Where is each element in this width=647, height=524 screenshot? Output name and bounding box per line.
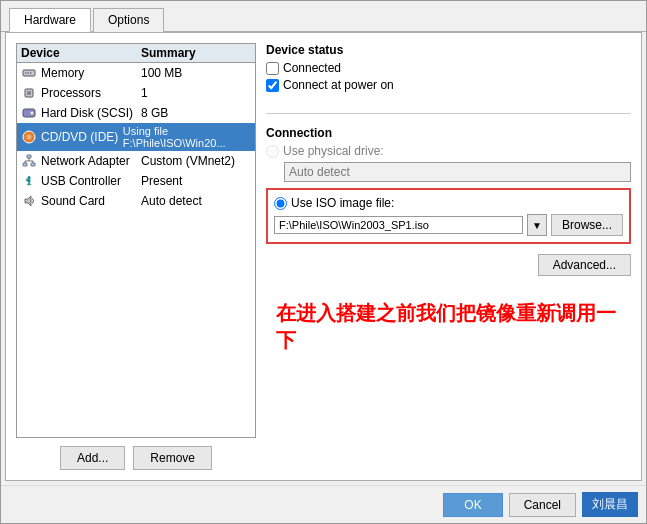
device-name: Hard Disk (SCSI) bbox=[41, 106, 133, 120]
svg-rect-5 bbox=[27, 91, 31, 95]
svg-rect-3 bbox=[30, 72, 32, 74]
tab-bar: Hardware Options bbox=[1, 1, 646, 32]
svg-rect-12 bbox=[23, 163, 27, 166]
remove-button[interactable]: Remove bbox=[133, 446, 212, 470]
device-name: Memory bbox=[41, 66, 84, 80]
device-name: Sound Card bbox=[41, 194, 105, 208]
right-panel: Device status Connected Connect at power… bbox=[266, 43, 631, 470]
add-button[interactable]: Add... bbox=[60, 446, 125, 470]
usb-icon bbox=[21, 173, 37, 189]
connect-at-power-row: Connect at power on bbox=[266, 78, 631, 92]
iso-radio[interactable] bbox=[274, 197, 287, 210]
table-row[interactable]: USB Controller Present bbox=[17, 171, 255, 191]
svg-rect-2 bbox=[28, 72, 30, 74]
tab-options[interactable]: Options bbox=[93, 8, 164, 32]
left-panel: Device Summary bbox=[16, 43, 256, 470]
cpu-icon bbox=[21, 85, 37, 101]
separator bbox=[266, 113, 631, 114]
col-device: Device bbox=[21, 46, 141, 60]
device-summary: Auto detect bbox=[141, 194, 202, 208]
device-name: USB Controller bbox=[41, 174, 121, 188]
physical-drive-row: Use physical drive: bbox=[266, 144, 631, 158]
device-summary: 8 GB bbox=[141, 106, 168, 120]
device-name: Processors bbox=[41, 86, 101, 100]
table-row[interactable]: Processors 1 bbox=[17, 83, 255, 103]
svg-rect-13 bbox=[31, 163, 35, 166]
svg-point-10 bbox=[28, 136, 30, 138]
advanced-button[interactable]: Advanced... bbox=[538, 254, 631, 276]
table-row[interactable]: Sound Card Auto detect bbox=[17, 191, 255, 211]
cancel-button[interactable]: Cancel bbox=[509, 493, 576, 517]
connect-at-power-label: Connect at power on bbox=[283, 78, 394, 92]
table-row[interactable]: Hard Disk (SCSI) 8 GB bbox=[17, 103, 255, 123]
annotation-text: 在进入搭建之前我们把镜像重新调用一下 bbox=[266, 290, 631, 364]
iso-radio-row: Use ISO image file: bbox=[274, 196, 623, 210]
device-summary: 100 MB bbox=[141, 66, 182, 80]
connection-label: Connection bbox=[266, 126, 631, 140]
tab-hardware[interactable]: Hardware bbox=[9, 8, 91, 32]
table-row[interactable]: Memory 100 MB bbox=[17, 63, 255, 83]
cd-icon bbox=[21, 129, 37, 145]
device-summary: Using file F:\Phile\ISO\Win20... bbox=[123, 125, 251, 149]
iso-dropdown-button[interactable]: ▼ bbox=[527, 214, 547, 236]
device-status-label: Device status bbox=[266, 43, 631, 57]
device-summary: Present bbox=[141, 174, 182, 188]
user-badge: 刘晨昌 bbox=[582, 492, 638, 517]
device-name: Network Adapter bbox=[41, 154, 130, 168]
table-header: Device Summary bbox=[17, 44, 255, 63]
svg-point-7 bbox=[31, 112, 34, 115]
memory-icon bbox=[21, 65, 37, 81]
svg-rect-1 bbox=[25, 72, 27, 74]
ok-button[interactable]: OK bbox=[443, 493, 502, 517]
left-buttons: Add... Remove bbox=[16, 446, 256, 470]
connected-label: Connected bbox=[283, 61, 341, 75]
device-table: Device Summary bbox=[16, 43, 256, 438]
connect-at-power-checkbox[interactable] bbox=[266, 79, 279, 92]
table-row[interactable]: Network Adapter Custom (VMnet2) bbox=[17, 151, 255, 171]
connected-row: Connected bbox=[266, 61, 631, 75]
device-summary: Custom (VMnet2) bbox=[141, 154, 235, 168]
device-status-section: Device status Connected Connect at power… bbox=[266, 43, 631, 95]
sound-icon bbox=[21, 193, 37, 209]
iso-section: Use ISO image file: ▼ Browse... bbox=[266, 188, 631, 244]
connected-checkbox[interactable] bbox=[266, 62, 279, 75]
dialog: Hardware Options Device Summary bbox=[0, 0, 647, 524]
physical-drive-radio bbox=[266, 145, 279, 158]
iso-label: Use ISO image file: bbox=[291, 196, 394, 210]
device-summary: 1 bbox=[141, 86, 148, 100]
iso-path-input[interactable] bbox=[274, 216, 523, 234]
bottom-bar: OK Cancel 刘晨昌 bbox=[1, 485, 646, 523]
connection-section: Connection Use physical drive: Use ISO i… bbox=[266, 126, 631, 276]
network-icon bbox=[21, 153, 37, 169]
physical-drive-label: Use physical drive: bbox=[283, 144, 384, 158]
main-content: Device Summary bbox=[5, 32, 642, 481]
disk-icon bbox=[21, 105, 37, 121]
table-row-cd-dvd[interactable]: CD/DVD (IDE) Using file F:\Phile\ISO\Win… bbox=[17, 123, 255, 151]
col-summary: Summary bbox=[141, 46, 196, 60]
svg-rect-11 bbox=[27, 155, 31, 158]
iso-path-row: ▼ Browse... bbox=[274, 214, 623, 236]
browse-button[interactable]: Browse... bbox=[551, 214, 623, 236]
device-name: CD/DVD (IDE) bbox=[41, 130, 118, 144]
auto-detect-input bbox=[284, 162, 631, 182]
